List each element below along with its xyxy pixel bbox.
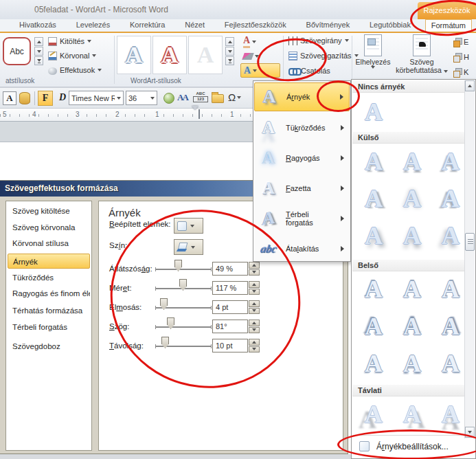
- bold-button[interactable]: F: [38, 91, 53, 106]
- shadow-thumbnail[interactable]: A: [396, 397, 429, 432]
- font-name-combo[interactable]: Times New Rc: [69, 91, 124, 105]
- blur-slider[interactable]: [155, 307, 212, 309]
- nav-ragyogas[interactable]: Ragyogás és finom élek: [8, 286, 90, 301]
- shadow-thumbnail[interactable]: A: [357, 397, 390, 432]
- shadow-thumbnail[interactable]: A: [357, 219, 390, 253]
- font-color-button[interactable]: A: [3, 91, 16, 105]
- tab-levelezes[interactable]: Levelezés: [71, 19, 116, 32]
- font-size-combo[interactable]: 36: [126, 91, 157, 105]
- transparency-spinner[interactable]: [249, 262, 260, 276]
- menu-item-3d-rotation[interactable]: A Térbeli forgatás: [254, 203, 350, 234]
- wordart-style-thumbnail[interactable]: A: [188, 36, 223, 74]
- resize-grip[interactable]: . . . .: [352, 456, 475, 459]
- gallery-more-icon[interactable]: [225, 56, 234, 65]
- menu-item-transform[interactable]: abc Átalakítás: [254, 234, 350, 264]
- position-button[interactable]: Elhelyezés: [356, 34, 390, 69]
- fill-tool-icon[interactable]: [19, 92, 30, 104]
- slider-thumb[interactable]: [160, 298, 168, 310]
- scroll-up-icon[interactable]: [225, 37, 234, 46]
- wordart-style-thumbnail[interactable]: A: [152, 36, 187, 74]
- nav-korvonal-stilusa[interactable]: Körvonal stílusa: [8, 236, 90, 251]
- symbol-omega-button[interactable]: Ω: [228, 91, 241, 103]
- shadow-thumbnail[interactable]: A: [434, 397, 467, 432]
- slider-thumb[interactable]: [174, 260, 182, 271]
- tab-korrektura[interactable]: Korrektúra: [124, 19, 170, 32]
- size-spinner[interactable]: [249, 281, 260, 295]
- nav-szoveg-korvonala[interactable]: Szöveg körvonala: [8, 220, 90, 235]
- shadow-thumbnail[interactable]: A: [396, 181, 429, 216]
- nav-szoveg-kitoltese[interactable]: Szöveg kitöltése: [8, 203, 90, 219]
- scrollbar-up-icon[interactable]: [465, 80, 475, 91]
- text-outline-button[interactable]: [240, 49, 280, 63]
- menu-item-reflection[interactable]: A Tükröződés: [254, 113, 350, 143]
- shadow-thumbnail[interactable]: A: [434, 219, 467, 253]
- tab-nezet[interactable]: Nézet: [179, 19, 210, 32]
- gallery-more-icon[interactable]: [34, 56, 43, 65]
- tab-hivatkozas[interactable]: Hivatkozás: [14, 19, 62, 32]
- shadow-thumbnail[interactable]: A: [434, 346, 467, 381]
- size-value[interactable]: 117 %: [212, 281, 248, 295]
- shadow-thumbnail[interactable]: A: [434, 144, 467, 179]
- shape-style-thumbnail[interactable]: Abc: [3, 37, 31, 65]
- blur-spinner[interactable]: [249, 300, 260, 314]
- preset-dropdown[interactable]: [174, 218, 203, 234]
- shadow-thumbnail[interactable]: A: [396, 144, 429, 179]
- text-effects-button[interactable]: A: [240, 63, 280, 78]
- nav-terhatas[interactable]: Térhatás formázása: [8, 303, 90, 318]
- abc-123-icon[interactable]: ABC 123: [193, 91, 208, 102]
- angle-spinner[interactable]: [249, 320, 260, 333]
- shadow-options-item[interactable]: Árnyékbeállítások...: [352, 437, 465, 456]
- shape-fill-button[interactable]: Kitöltés: [48, 35, 91, 47]
- sphere-tool-icon[interactable]: [163, 93, 174, 104]
- scroll-up-icon[interactable]: [34, 37, 43, 46]
- nav-arnyek[interactable]: Árnyék: [8, 254, 90, 269]
- shadow-thumbnail[interactable]: A: [357, 144, 390, 179]
- shadow-thumbnail[interactable]: A: [396, 346, 429, 381]
- wrap-text-button[interactable]: Szöveg körbefuttatása: [393, 34, 451, 74]
- shadow-thumbnail[interactable]: A: [396, 309, 429, 344]
- shadow-thumbnail[interactable]: A: [434, 272, 467, 306]
- tab-bovitmenyek[interactable]: Bővítmények: [301, 19, 356, 32]
- distance-spinner[interactable]: [249, 339, 260, 352]
- menu-item-bevel[interactable]: A Fazetta: [254, 173, 350, 203]
- tab-fejlesztoeszkozok[interactable]: Fejlesztőeszközök: [219, 19, 292, 32]
- find-binoculars-icon[interactable]: AA: [177, 92, 188, 103]
- shadow-thumbnail[interactable]: A: [396, 272, 429, 306]
- indent-marker[interactable]: [192, 110, 199, 120]
- nav-terbeli-forgatas[interactable]: Térbeli forgatás: [8, 320, 90, 335]
- shadow-thumbnail[interactable]: A: [396, 219, 429, 253]
- wordart-style-thumbnail[interactable]: A: [117, 36, 151, 74]
- nav-tukrozodes[interactable]: Tükröződés: [8, 270, 90, 285]
- italic-button[interactable]: D: [55, 91, 70, 106]
- angle-slider[interactable]: [155, 326, 212, 328]
- size-slider[interactable]: [155, 288, 212, 289]
- selection-pane-button[interactable]: K: [453, 65, 468, 79]
- create-link-button[interactable]: Csatolás: [288, 65, 330, 77]
- shape-outline-button[interactable]: Körvonal: [48, 49, 96, 62]
- scrollbar-down-icon[interactable]: [465, 427, 475, 438]
- scroll-down-icon[interactable]: [225, 47, 234, 56]
- send-backward-button[interactable]: H: [453, 50, 469, 64]
- transparency-slider[interactable]: [155, 269, 212, 270]
- blur-value[interactable]: 4 pt: [212, 300, 248, 314]
- angle-value[interactable]: 81°: [212, 320, 248, 333]
- scroll-down-icon[interactable]: [34, 47, 43, 56]
- shadow-thumbnail[interactable]: A: [357, 272, 390, 306]
- scrollbar-thumb[interactable]: [465, 233, 475, 251]
- align-text-button[interactable]: Szövegigazítás: [288, 49, 359, 62]
- distance-value[interactable]: 10 pt: [212, 339, 248, 352]
- nav-szovegdoboz[interactable]: Szövegdoboz: [8, 339, 90, 354]
- tab-legutobbiak[interactable]: Legutóbbiak: [364, 19, 416, 32]
- shadow-thumbnail[interactable]: A: [357, 309, 390, 344]
- slider-thumb[interactable]: [179, 279, 187, 291]
- contextual-tab-group-label[interactable]: Rajzeszközök: [418, 2, 476, 19]
- text-fill-button[interactable]: A: [240, 34, 280, 49]
- bring-forward-button[interactable]: E: [453, 35, 468, 49]
- shadow-thumbnail[interactable]: A: [357, 181, 390, 216]
- shape-effects-button[interactable]: Effektusok: [48, 64, 102, 76]
- distance-slider[interactable]: [155, 346, 212, 347]
- text-direction-button[interactable]: Szövegirány: [288, 34, 349, 47]
- shadow-thumbnail[interactable]: A: [434, 309, 467, 344]
- gallery-scrollbar[interactable]: [464, 80, 475, 438]
- tab-formatum[interactable]: Formátum: [425, 19, 472, 32]
